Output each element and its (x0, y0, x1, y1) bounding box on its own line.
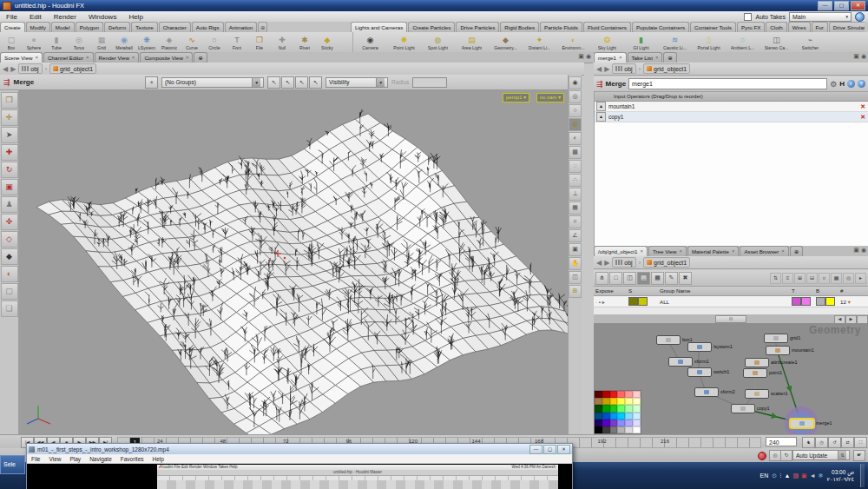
tab-close-icon[interactable]: × (640, 247, 643, 256)
shelf-tool-area-light[interactable]: ▤Area Light (455, 32, 489, 52)
node-merge1[interactable] (790, 419, 814, 428)
palette-color-0-4[interactable] (625, 391, 633, 398)
pane-icon-0[interactable]: ▣ (853, 53, 859, 60)
end-frame-field[interactable]: 240 (766, 437, 797, 446)
shelf-tool-rivet[interactable]: ✱Rivet (293, 32, 316, 52)
back-arrow-icon[interactable]: ◀ (3, 65, 8, 73)
translate-tool[interactable]: ✚ (1, 144, 18, 161)
grid-toggle[interactable]: ▦ (569, 202, 582, 215)
shelf-tab-fur[interactable]: Fur (812, 22, 828, 32)
breadcrumb-context[interactable]: obj (612, 63, 635, 74)
flake-icon[interactable]: ❄ (819, 472, 824, 479)
group-tool-3[interactable]: ▤ (637, 272, 650, 285)
tab-take-list[interactable]: Take List× (628, 52, 663, 63)
group-view-tool-5[interactable]: ▦ (831, 273, 842, 284)
shelf-tab-lights-and-cameras[interactable]: Lights and Cameras (351, 22, 407, 32)
group-row-all[interactable]: · ▪ ▸ ALL 12 ▾ (594, 296, 868, 307)
node-color-palette[interactable] (594, 390, 641, 434)
group-tool-0[interactable]: ⋔ (595, 272, 608, 285)
scale-tool[interactable]: ▣ (1, 179, 18, 195)
info-icon[interactable]: i (847, 80, 855, 88)
group-dropdown[interactable]: (No Groups)▼ (161, 77, 264, 88)
reorder-up-button[interactable]: ▲ (596, 102, 606, 111)
input-operator-row-copy1[interactable]: ▲copy1✕ (595, 112, 868, 122)
shelf-tool-point-light[interactable]: ✺Point Light (387, 32, 421, 52)
playbar-option-1-button[interactable]: ◷ (815, 437, 828, 448)
breadcrumb-node[interactable]: grid_object1 (49, 63, 96, 74)
shelf-tab-create-particles[interactable]: Create Particles (408, 22, 455, 32)
palette-color-0-3[interactable] (617, 391, 625, 398)
tab-add[interactable]: ⊕ (790, 246, 803, 256)
pane-icon-1[interactable]: ◉ (861, 247, 866, 254)
palette-color-2-5[interactable] (633, 405, 641, 412)
group-select-icon[interactable]: ⌖ (145, 76, 158, 89)
playbar-option-2-button[interactable]: ↺ (828, 437, 841, 448)
palette-color-2-2[interactable] (610, 405, 618, 412)
breadcrumb-node[interactable]: grid_object1 (643, 63, 690, 74)
menu-file[interactable]: File (0, 13, 23, 21)
palette-color-1-4[interactable] (625, 398, 633, 405)
view-quad[interactable]: ◫ (569, 271, 582, 284)
memory-indicator-icon[interactable]: ☛ (853, 450, 865, 461)
tab-add[interactable]: ⊕ (663, 52, 676, 63)
select-mode-button-0[interactable]: ↖ (267, 76, 280, 89)
shelf-tab-rigid-bodies[interactable]: Rigid Bodies (500, 22, 539, 32)
view-tool[interactable]: ◉ (569, 76, 582, 89)
node-copy1[interactable] (731, 404, 755, 413)
palette-color-4-1[interactable] (602, 420, 610, 426)
minimize-button[interactable]: — (818, 1, 832, 10)
video-menu-play[interactable]: Play (65, 456, 85, 462)
node-switch1[interactable] (687, 367, 712, 377)
tab-tree-view[interactable]: Tree View× (648, 246, 687, 256)
tab-close-icon[interactable]: × (132, 53, 135, 63)
delete-input-icon[interactable]: ✕ (860, 114, 865, 121)
palette-color-3-5[interactable] (633, 413, 641, 420)
group-view-tool-1[interactable]: ≡ (782, 273, 793, 284)
flipbook-tool[interactable]: ❏ (1, 301, 18, 317)
shelf-tool-tube[interactable]: ▮Tube (45, 32, 68, 52)
tab-close-icon[interactable]: × (732, 247, 735, 256)
shelf-tool-torus[interactable]: ◎Torus (68, 32, 90, 52)
alert-icon[interactable]: ▨ (792, 472, 799, 479)
shelf-tool-sphere[interactable]: ●Sphere (23, 32, 45, 52)
select-mode-button-3[interactable]: ↖ (309, 76, 322, 89)
shelf-tool-box[interactable]: ▢Box (0, 32, 23, 52)
network-editor[interactable]: Geometry box1lsystem1xform1switch1xform2… (594, 323, 868, 434)
palette-color-1-3[interactable] (617, 398, 625, 405)
shelf-tab-wires[interactable]: Wires (788, 22, 811, 32)
breadcrumb-node[interactable]: grid_object1 (643, 257, 690, 268)
forward-arrow-icon[interactable]: ▶ (604, 65, 609, 73)
bound-color-swatches[interactable] (814, 297, 838, 306)
palette-color-5-4[interactable] (625, 426, 633, 433)
update-mode-dropdown[interactable]: Auto Update⇅ (792, 450, 850, 460)
shelf-tool-metaball[interactable]: ◉Metaball (113, 32, 135, 52)
tab-close-icon[interactable]: × (655, 53, 659, 63)
gear-icon[interactable]: ⚙ (830, 80, 837, 89)
shelf-tab-auto-rigs[interactable]: Auto Rigs (192, 22, 224, 32)
visibility-dropdown[interactable]: Visibility▼ (326, 77, 388, 88)
color-swatch-0[interactable] (816, 297, 825, 306)
shelf-tool-platonic[interactable]: ◈Platonic (158, 32, 181, 52)
palette-color-3-0[interactable] (595, 413, 602, 420)
tab-scene-view[interactable]: Scene View× (0, 52, 43, 63)
shelf-tool-caustic-li[interactable]: ≋Caustic Li... (658, 32, 692, 52)
shelf-tool-camera[interactable]: ◉Camera (353, 32, 387, 52)
shelf-tool-distant-li[interactable]: ✦Distant Li... (523, 32, 556, 52)
node-xform2[interactable] (694, 387, 719, 397)
color-swatch-1[interactable] (801, 297, 811, 306)
playbar-option-4-button[interactable]: ⛶ (854, 437, 867, 448)
playbar-option-0-button[interactable]: ♞ (802, 437, 815, 448)
material-tool[interactable]: ◐ (1, 266, 18, 282)
objects-mode[interactable]: ✛ (1, 109, 18, 126)
node-xform1[interactable] (668, 357, 693, 367)
node-grid1[interactable] (764, 334, 788, 343)
menu-render[interactable]: Render (48, 13, 82, 21)
help-icon[interactable] (855, 12, 865, 22)
playbar-option-3-button[interactable]: ⇄ (841, 437, 854, 448)
measure-tool[interactable]: ∠ (569, 229, 582, 242)
shelf-tab-particle-fluids[interactable]: Particle Fluids (540, 22, 582, 32)
shelf-tab-model[interactable]: Model (51, 22, 75, 32)
palette-color-0-2[interactable] (610, 391, 618, 398)
pane-icon-1[interactable]: ◉ (861, 53, 866, 60)
normals-display[interactable]: ⊥ (569, 188, 582, 201)
